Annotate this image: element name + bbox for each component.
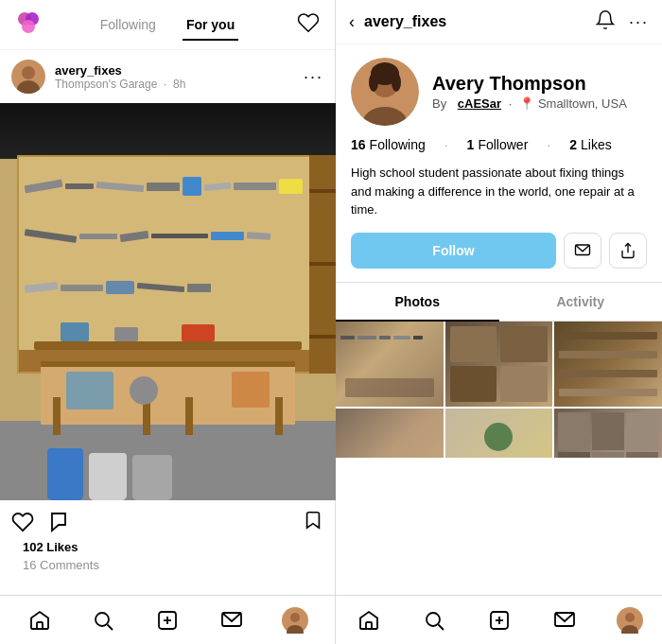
- tab-foryou[interactable]: For you: [183, 9, 238, 40]
- post-author-info: avery_fixes Thompson's Garage · 8h: [11, 60, 185, 94]
- likes-label: Likes: [581, 137, 612, 152]
- post-username: avery_fixes: [55, 63, 185, 78]
- profile-details: Avery Thompson By cAESar · 📍 Smalltown, …: [432, 73, 647, 111]
- svg-point-2: [22, 20, 35, 33]
- profile-bio: High school student passionate about fix…: [336, 162, 662, 233]
- svg-rect-23: [366, 622, 372, 629]
- post-header: avery_fixes Thompson's Garage · 8h ···: [0, 50, 335, 103]
- post-footer: 102 Likes 16 Comments: [0, 538, 335, 583]
- left-panel: Following For you avery_fixes Thomps: [0, 0, 336, 644]
- photo-cell-3[interactable]: [554, 322, 662, 407]
- stats-row: 16 Following · 1 Follower · 2 Likes: [336, 135, 662, 162]
- follower-count: 1: [467, 137, 475, 152]
- tool-wall-image: [0, 103, 336, 500]
- photo-cell-1[interactable]: [336, 322, 444, 407]
- profile-by-line: By cAESar · 📍 Smalltown, USA: [432, 96, 647, 111]
- follow-button[interactable]: Follow: [351, 233, 556, 269]
- svg-point-21: [392, 73, 401, 92]
- home-nav-right[interactable]: [350, 601, 388, 639]
- message-nav-left[interactable]: [213, 601, 251, 639]
- profile-info: Avery Thompson By cAESar · 📍 Smalltown, …: [336, 44, 662, 135]
- home-nav-left[interactable]: [21, 601, 59, 639]
- content-tabs: Photos Activity: [336, 282, 662, 322]
- message-nav-right[interactable]: [546, 601, 584, 639]
- svg-line-9: [108, 624, 113, 630]
- post-image: [0, 103, 336, 500]
- feed-tabs: Following For you: [96, 9, 238, 40]
- photos-grid: [336, 322, 662, 459]
- by-label: By: [432, 96, 446, 111]
- add-nav-left[interactable]: [148, 601, 186, 639]
- right-bottom-nav: [336, 595, 662, 644]
- post-location: Thompson's Garage: [55, 78, 157, 91]
- svg-point-14: [290, 613, 300, 622]
- location-pin-icon: 📍: [519, 96, 534, 111]
- bookmark-icon[interactable]: [303, 510, 323, 534]
- following-label: Following: [370, 137, 426, 152]
- right-panel: ‹ avery_fixes ···: [336, 0, 662, 644]
- post-time: 8h: [173, 78, 185, 91]
- bell-icon[interactable]: [595, 9, 616, 34]
- profile-location: Smalltown, USA: [538, 96, 627, 111]
- back-button[interactable]: ‹: [349, 12, 355, 32]
- right-header: ‹ avery_fixes ···: [336, 0, 662, 44]
- post-author-text: avery_fixes Thompson's Garage · 8h: [55, 63, 185, 91]
- likes-count: 2: [569, 137, 577, 152]
- left-bottom-nav: [0, 595, 335, 644]
- app-logo: [15, 9, 42, 40]
- likes-count: 102 Likes: [11, 540, 323, 558]
- left-header: Following For you: [0, 0, 335, 50]
- svg-marker-6: [52, 513, 65, 531]
- tab-following[interactable]: Following: [96, 9, 160, 40]
- add-nav-right[interactable]: [480, 601, 518, 639]
- svg-point-30: [625, 613, 635, 622]
- search-nav-left[interactable]: [84, 601, 122, 639]
- comment-icon[interactable]: [47, 511, 70, 533]
- tab-activity[interactable]: Activity: [499, 283, 663, 321]
- post-actions: [0, 500, 335, 538]
- post-location-time: Thompson's Garage · 8h: [55, 78, 185, 91]
- right-header-icons: ···: [595, 9, 649, 34]
- following-count: 16: [351, 137, 366, 152]
- svg-point-4: [22, 66, 35, 79]
- tab-photos[interactable]: Photos: [336, 283, 499, 321]
- avatar-nav-right[interactable]: [611, 601, 649, 639]
- message-button[interactable]: [564, 233, 601, 269]
- follower-stat: 1 Follower: [467, 137, 529, 152]
- heart-icon[interactable]: [297, 11, 320, 38]
- comments-count: 16 Comments: [11, 558, 323, 576]
- following-stat: 16 Following: [351, 137, 426, 152]
- photo-cell-5[interactable]: [445, 409, 553, 459]
- post-actions-left: [11, 511, 70, 533]
- post-author-avatar[interactable]: [11, 60, 45, 94]
- svg-rect-7: [37, 622, 43, 629]
- post-options-button[interactable]: ···: [304, 67, 323, 87]
- photo-cell-4[interactable]: [336, 409, 444, 459]
- profile-creator-link[interactable]: cAESar: [458, 96, 501, 111]
- share-button[interactable]: [609, 233, 647, 269]
- profile-username-header: avery_fixes: [364, 13, 585, 30]
- profile-avatar: [351, 58, 419, 126]
- avatar-nav-left[interactable]: [276, 601, 314, 639]
- profile-name: Avery Thompson: [432, 73, 647, 95]
- svg-point-20: [369, 73, 378, 92]
- more-options-icon[interactable]: ···: [629, 12, 649, 32]
- photo-cell-6[interactable]: [554, 409, 662, 459]
- likes-stat: 2 Likes: [569, 137, 611, 152]
- svg-line-25: [438, 624, 444, 630]
- action-buttons: Follow: [336, 233, 662, 282]
- search-nav-right[interactable]: [415, 601, 453, 639]
- photo-cell-2[interactable]: [445, 322, 553, 407]
- svg-point-24: [427, 613, 440, 626]
- svg-point-8: [96, 613, 109, 626]
- like-icon[interactable]: [11, 511, 34, 533]
- follower-label: Follower: [478, 137, 528, 152]
